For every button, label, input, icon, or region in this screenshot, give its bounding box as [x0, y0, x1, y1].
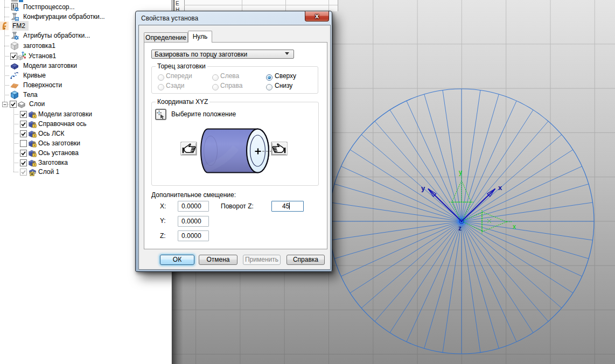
svg-text:x: x — [498, 184, 502, 192]
svg-text:x: x — [513, 223, 516, 230]
svg-text:y: y — [421, 184, 425, 192]
svg-text:z: z — [458, 225, 462, 232]
svg-text:y: y — [459, 169, 462, 176]
